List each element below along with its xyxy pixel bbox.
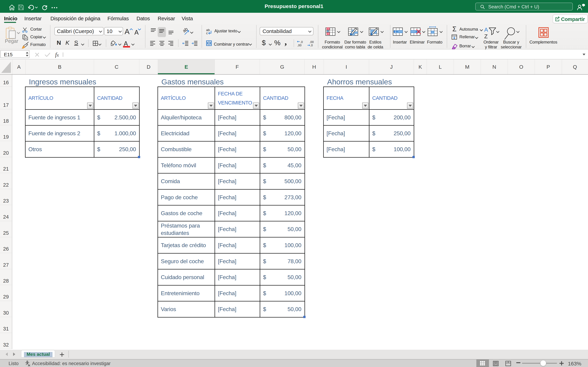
svg-text:,0: ,0 [300, 40, 303, 44]
svg-text:c: c [206, 31, 208, 35]
svg-text:,0: ,0 [310, 44, 313, 47]
svg-text:A: A [484, 26, 488, 33]
svg-text:Z: Z [484, 33, 488, 40]
svg-text:,00: ,00 [310, 40, 314, 44]
svg-text:,00: ,00 [297, 44, 302, 47]
svg-text:ab: ab [182, 26, 189, 33]
